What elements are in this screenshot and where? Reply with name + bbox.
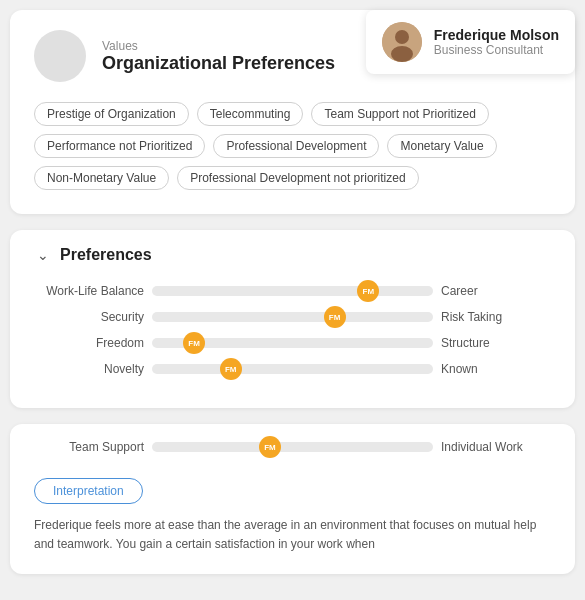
team-label-left: Team Support <box>34 440 144 454</box>
header-user-info: Frederique Molson Business Consultant <box>434 27 559 57</box>
team-support-row: Team Support FM Individual Work <box>34 440 551 454</box>
preference-row: Work-Life BalanceFMCareer <box>34 284 551 298</box>
tag-item: Non-Monetary Value <box>34 166 169 190</box>
preferences-title: Preferences <box>60 246 152 264</box>
tag-item: Professional Development not prioritized <box>177 166 418 190</box>
pref-bar: FM <box>152 364 433 374</box>
team-bar: FM <box>152 442 433 452</box>
tag-item: Prestige of Organization <box>34 102 189 126</box>
pref-bar: FM <box>152 338 433 348</box>
preferences-rows: Work-Life BalanceFMCareerSecurityFMRisk … <box>34 284 551 376</box>
fm-position-badge: FM <box>357 280 379 302</box>
team-fm-badge: FM <box>259 436 281 458</box>
team-support-card: Team Support FM Individual Work Interpre… <box>10 424 575 574</box>
pref-right-label: Risk Taking <box>441 310 551 324</box>
pref-left-label: Freedom <box>34 336 144 350</box>
user-role: Business Consultant <box>434 43 559 57</box>
interpretation-text: Frederique feels more at ease than the a… <box>34 516 551 554</box>
pref-left-label: Security <box>34 310 144 324</box>
user-profile-card: Frederique Molson Business Consultant <box>366 10 575 74</box>
section-label: Values <box>102 39 335 53</box>
pref-right-label: Known <box>441 362 551 376</box>
tag-item: Performance not Prioritized <box>34 134 205 158</box>
team-label-right: Individual Work <box>441 440 551 454</box>
interpretation-button-wrapper: Interpretation <box>34 466 551 504</box>
svg-point-2 <box>391 46 413 62</box>
card-title-section: Values Organizational Preferences <box>102 39 335 74</box>
pref-left-label: Novelty <box>34 362 144 376</box>
preference-row: NoveltyFMKnown <box>34 362 551 376</box>
tag-item: Monetary Value <box>387 134 496 158</box>
fm-position-badge: FM <box>220 358 242 380</box>
profile-avatar <box>34 30 86 82</box>
tag-item: Team Support not Prioritized <box>311 102 488 126</box>
section-title: Organizational Preferences <box>102 53 335 74</box>
interpretation-button[interactable]: Interpretation <box>34 478 143 504</box>
user-name: Frederique Molson <box>434 27 559 43</box>
preferences-card: ⌄ Preferences Work-Life BalanceFMCareerS… <box>10 230 575 408</box>
preferences-header: ⌄ Preferences <box>34 246 551 264</box>
pref-left-label: Work-Life Balance <box>34 284 144 298</box>
fm-position-badge: FM <box>324 306 346 328</box>
chevron-down-icon[interactable]: ⌄ <box>34 246 52 264</box>
pref-bar: FM <box>152 312 433 322</box>
tags-container: Prestige of OrganizationTelecommutingTea… <box>34 102 551 190</box>
pref-bar: FM <box>152 286 433 296</box>
fm-position-badge: FM <box>183 332 205 354</box>
tag-item: Professional Development <box>213 134 379 158</box>
svg-point-1 <box>395 30 409 44</box>
pref-right-label: Career <box>441 284 551 298</box>
tag-item: Telecommuting <box>197 102 304 126</box>
pref-right-label: Structure <box>441 336 551 350</box>
preference-row: FreedomFMStructure <box>34 336 551 350</box>
preference-row: SecurityFMRisk Taking <box>34 310 551 324</box>
avatar <box>382 22 422 62</box>
